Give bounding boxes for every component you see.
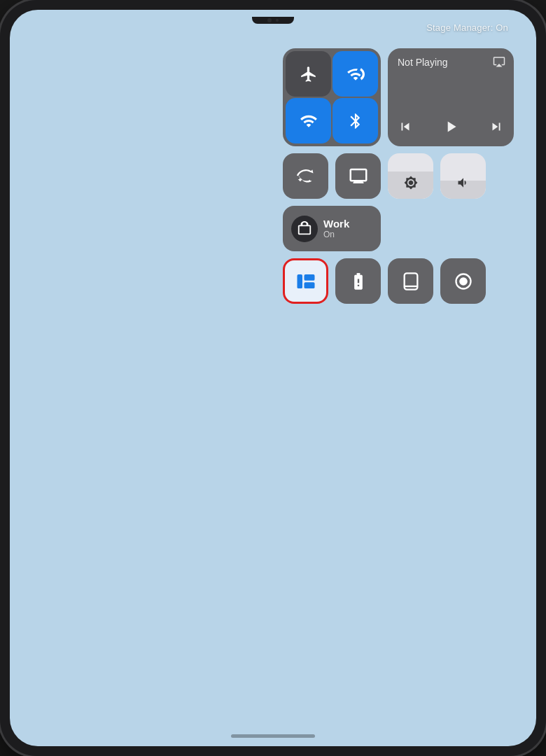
screen-record-button[interactable] — [440, 258, 486, 304]
bluetooth-button[interactable] — [332, 98, 378, 144]
low-power-button[interactable] — [335, 258, 381, 304]
prev-button[interactable] — [398, 119, 413, 138]
brightness-svg — [404, 176, 418, 190]
ipad-frame: Stage Manager: On — [0, 0, 546, 756]
brightness-icon — [404, 176, 418, 193]
stage-manager-icon — [295, 271, 316, 292]
cc-row-1: Not Playing — [283, 48, 514, 146]
focus-icon — [291, 216, 318, 242]
playback-controls — [398, 118, 504, 139]
airplane-icon — [300, 65, 318, 83]
home-bar — [231, 734, 315, 738]
work-icon-svg — [297, 221, 312, 237]
connectivity-block[interactable] — [283, 48, 381, 146]
svg-rect-2 — [304, 282, 314, 288]
hotspot-button[interactable] — [332, 51, 378, 97]
screen-mirror-icon — [348, 166, 369, 187]
ipad-screen: Stage Manager: On — [10, 10, 536, 746]
stage-manager-button[interactable] — [283, 258, 328, 304]
svg-point-7 — [459, 277, 468, 286]
brightness-slider[interactable] — [388, 153, 433, 199]
screen-mirror-button[interactable] — [335, 153, 381, 199]
focus-text: Work On — [323, 218, 349, 239]
svg-rect-3 — [356, 273, 360, 274]
low-power-icon — [349, 272, 368, 291]
lock-rotation-button[interactable] — [283, 153, 328, 199]
camera-dot — [267, 18, 272, 22]
wifi-icon — [300, 112, 318, 130]
mic-dot — [276, 19, 279, 22]
cc-row-3: Work On — [283, 206, 514, 251]
hotspot-icon — [346, 65, 365, 83]
control-center: Not Playing — [283, 48, 514, 304]
focus-name: Work — [323, 218, 349, 230]
airplane-mode-button[interactable] — [286, 51, 331, 97]
cc-row-2 — [283, 153, 514, 199]
orientation-icon — [401, 272, 421, 291]
play-button[interactable] — [442, 118, 460, 139]
next-icon — [489, 119, 504, 134]
lock-rotation-icon — [295, 166, 316, 187]
volume-svg — [456, 176, 470, 190]
volume-icon — [456, 176, 470, 193]
volume-slider[interactable] — [440, 153, 486, 199]
top-bar — [10, 10, 536, 31]
cc-row-4 — [283, 258, 514, 304]
bluetooth-icon — [346, 112, 365, 130]
screen-record-icon — [454, 272, 473, 291]
now-playing-title: Not Playing — [398, 57, 504, 68]
prev-icon — [398, 119, 413, 134]
now-playing-block[interactable]: Not Playing — [388, 48, 514, 146]
svg-rect-0 — [297, 274, 302, 288]
focus-status: On — [323, 230, 349, 239]
airplay-svg — [493, 55, 505, 68]
focus-work-button[interactable]: Work On — [283, 206, 381, 251]
play-icon — [442, 118, 460, 136]
orientation-lock-button[interactable] — [388, 258, 433, 304]
wifi-button[interactable] — [286, 98, 331, 144]
svg-rect-1 — [304, 274, 314, 281]
camera-bump — [252, 17, 294, 24]
airplay-icon[interactable] — [493, 55, 505, 71]
next-button[interactable] — [489, 119, 504, 138]
